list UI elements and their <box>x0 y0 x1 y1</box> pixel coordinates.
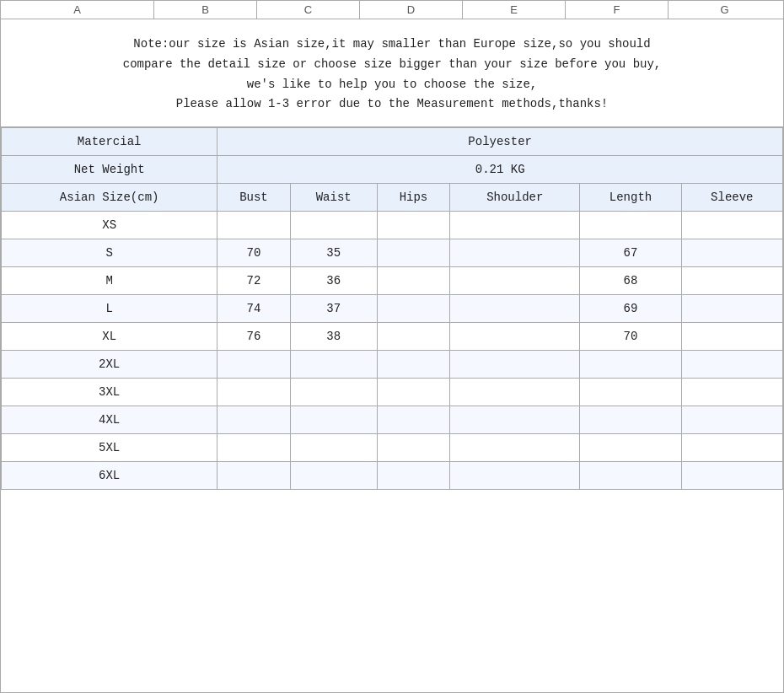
cell-shoulder <box>450 434 580 462</box>
cell-waist <box>290 462 377 490</box>
note-line3: we's like to help you to choose the size… <box>13 75 771 95</box>
cell-hips <box>377 434 449 462</box>
table-header-row: Asian Size(cm) Bust Waist Hips Shoulder … <box>2 184 783 212</box>
cell-size: 5XL <box>2 434 217 462</box>
header-shoulder: Shoulder <box>450 184 580 212</box>
spreadsheet: A B C D E F G Note:our size is Asian siz… <box>0 0 784 693</box>
col-header-f: F <box>566 1 669 19</box>
cell-bust <box>217 434 290 462</box>
cell-length <box>580 434 681 462</box>
col-header-d: D <box>360 1 463 19</box>
cell-length: 70 <box>580 323 681 351</box>
cell-shoulder <box>450 379 580 406</box>
note-line4: Please allow 1-3 error due to the Measur… <box>13 94 771 115</box>
size-chart-table: Matercial Polyester Net Weight 0.21 KG A… <box>1 127 783 490</box>
col-header-a: A <box>1 1 154 19</box>
material-label: Matercial <box>2 128 217 156</box>
cell-hips <box>377 351 449 379</box>
note-line2: compare the detail size or choose size b… <box>13 55 771 75</box>
cell-bust <box>217 379 290 406</box>
cell-waist: 35 <box>290 239 377 267</box>
header-bust: Bust <box>217 184 290 212</box>
cell-length: 69 <box>580 295 681 323</box>
cell-shoulder <box>450 462 580 490</box>
table-row: S703567 <box>2 239 783 267</box>
table-row: 4XL <box>2 406 783 434</box>
table-row: 6XL <box>2 462 783 490</box>
cell-length <box>580 462 681 490</box>
cell-hips <box>377 212 449 239</box>
cell-sleeve <box>681 323 782 351</box>
table-row: XS <box>2 212 783 239</box>
cell-size: XS <box>2 212 217 239</box>
cell-shoulder <box>450 267 580 295</box>
cell-size: XL <box>2 323 217 351</box>
cell-hips <box>377 379 449 406</box>
cell-bust: 74 <box>217 295 290 323</box>
header-sleeve: Sleeve <box>681 184 782 212</box>
cell-sleeve <box>681 212 782 239</box>
cell-sleeve <box>681 434 782 462</box>
table-row: XL763870 <box>2 323 783 351</box>
table-row: L743769 <box>2 295 783 323</box>
cell-shoulder <box>450 406 580 434</box>
cell-waist <box>290 212 377 239</box>
cell-sleeve <box>681 379 782 406</box>
cell-size: 4XL <box>2 406 217 434</box>
cell-sleeve <box>681 351 782 379</box>
cell-hips <box>377 406 449 434</box>
cell-sleeve <box>681 295 782 323</box>
cell-bust <box>217 351 290 379</box>
table-row: 3XL <box>2 379 783 406</box>
header-length: Length <box>580 184 681 212</box>
cell-waist <box>290 379 377 406</box>
col-header-g: G <box>669 1 781 19</box>
cell-bust <box>217 212 290 239</box>
cell-waist: 38 <box>290 323 377 351</box>
weight-value: 0.21 KG <box>217 156 783 184</box>
material-row: Matercial Polyester <box>2 128 783 156</box>
cell-length <box>580 406 681 434</box>
material-value: Polyester <box>217 128 783 156</box>
cell-shoulder <box>450 239 580 267</box>
cell-size: 3XL <box>2 379 217 406</box>
cell-size: 6XL <box>2 462 217 490</box>
cell-waist <box>290 351 377 379</box>
cell-size: M <box>2 267 217 295</box>
col-header-b: B <box>154 1 257 19</box>
cell-sleeve <box>681 462 782 490</box>
cell-bust: 76 <box>217 323 290 351</box>
cell-bust: 70 <box>217 239 290 267</box>
cell-bust: 72 <box>217 267 290 295</box>
weight-row: Net Weight 0.21 KG <box>2 156 783 184</box>
header-hips: Hips <box>377 184 449 212</box>
cell-bust <box>217 406 290 434</box>
cell-shoulder <box>450 212 580 239</box>
cell-length: 68 <box>580 267 681 295</box>
cell-sleeve <box>681 239 782 267</box>
cell-size: L <box>2 295 217 323</box>
cell-length: 67 <box>580 239 681 267</box>
cell-length <box>580 379 681 406</box>
cell-size: 2XL <box>2 351 217 379</box>
cell-bust <box>217 462 290 490</box>
cell-hips <box>377 267 449 295</box>
cell-waist <box>290 406 377 434</box>
weight-label: Net Weight <box>2 156 217 184</box>
cell-shoulder <box>450 323 580 351</box>
note-section: Note:our size is Asian size,it may small… <box>1 19 783 127</box>
cell-shoulder <box>450 295 580 323</box>
table-row: M723668 <box>2 267 783 295</box>
cell-length <box>580 351 681 379</box>
cell-hips <box>377 295 449 323</box>
table-row: 5XL <box>2 434 783 462</box>
cell-length <box>580 212 681 239</box>
cell-sleeve <box>681 267 782 295</box>
cell-sleeve <box>681 406 782 434</box>
cell-waist: 36 <box>290 267 377 295</box>
cell-waist: 37 <box>290 295 377 323</box>
cell-hips <box>377 462 449 490</box>
cell-hips <box>377 323 449 351</box>
header-size: Asian Size(cm) <box>2 184 217 212</box>
cell-waist <box>290 434 377 462</box>
